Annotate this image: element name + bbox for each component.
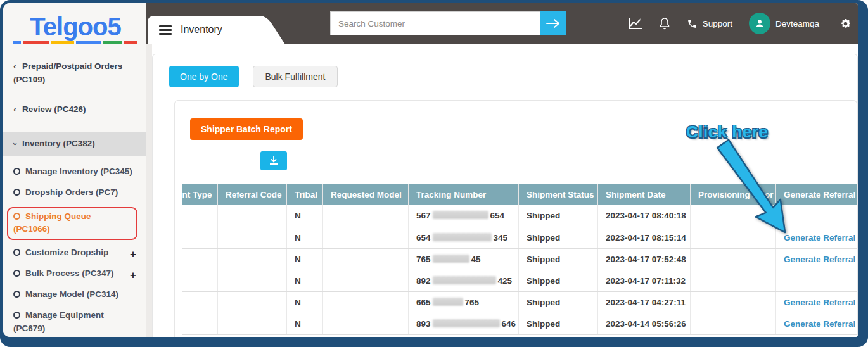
- download-icon: [269, 156, 279, 166]
- cell-requested-model: [323, 248, 409, 270]
- phone-icon: [687, 18, 698, 29]
- search-bar: [330, 11, 566, 35]
- user-menu[interactable]: Devteamqa: [749, 13, 819, 34]
- cell-shipment-status: Shipped: [519, 313, 598, 334]
- download-button[interactable]: [260, 151, 287, 170]
- cell-tracking-number: 665765: [409, 291, 519, 313]
- sidebar-item-label: Manage Model (PC314): [25, 289, 118, 299]
- plus-icon[interactable]: +: [130, 267, 136, 284]
- cell-tracking-number: 76545: [409, 248, 519, 270]
- sidebar-item-label: Prepaid/Postpaid Orders (PC109): [13, 61, 122, 84]
- sidebar-item-label: Review (PC426): [22, 104, 86, 114]
- tab-inventory[interactable]: Inventory: [148, 16, 249, 44]
- logo[interactable]: Telgoo5: [13, 9, 137, 50]
- cell-generate-referral-link: Generate Referral Code: [776, 313, 858, 334]
- cell-tribal: N: [287, 205, 323, 227]
- cell-equipment-type: [182, 291, 218, 313]
- sidebar: Telgoo5 ‹Prepaid/Postpaid Orders (PC109)…: [3, 3, 146, 337]
- cell-shipment-status: Shipped: [519, 291, 598, 313]
- col-tracking-number: Tracking Number: [409, 184, 519, 205]
- avatar: [749, 13, 770, 34]
- cell-tracking-number: 893646: [409, 313, 519, 334]
- cell-tribal: N: [287, 270, 323, 291]
- one-by-one-button[interactable]: One by One: [169, 66, 239, 87]
- cell-requested-model: [323, 227, 409, 248]
- radio-circle-icon: [13, 213, 20, 220]
- cell-provisioning-error: [691, 270, 776, 291]
- generate-referral-code-link[interactable]: Generate Referral Code: [784, 319, 858, 329]
- cell-requested-model: [323, 205, 409, 227]
- fulfillment-mode-buttons: One by One Bulk Fulfillment: [169, 66, 857, 87]
- radio-circle-icon: [13, 312, 20, 319]
- person-icon: [754, 18, 765, 29]
- sidebar-item-shipping-queue[interactable]: Shipping Queue (PC1066): [13, 207, 137, 240]
- support-button[interactable]: Support: [687, 18, 732, 29]
- sidebar-item-inventory[interactable]: ›Inventory (PC382): [3, 132, 146, 156]
- cell-shipment-date: 2023-04-17 07:11:32: [598, 270, 691, 291]
- table-row: N 892425 Shipped 2023-04-17 07:11:32: [182, 270, 858, 291]
- search-submit-button[interactable]: [540, 11, 566, 35]
- settings-button[interactable]: [839, 18, 852, 30]
- cell-shipment-status: Shipped: [519, 227, 598, 248]
- shipper-batch-report-button[interactable]: Shipper Batch Report: [190, 118, 303, 140]
- cell-tribal: N: [287, 313, 323, 334]
- cell-referral-code: [218, 291, 287, 313]
- generate-referral-code-link[interactable]: Generate Referral Code: [784, 298, 858, 307]
- tab-label: Inventory: [181, 24, 222, 35]
- cell-equipment-type: [182, 205, 218, 227]
- radio-circle-icon: [13, 270, 20, 277]
- sidebar-item-label: Shipping Queue (PC1066): [13, 211, 91, 234]
- sidebar-item-review[interactable]: ‹Review (PC426): [13, 103, 137, 117]
- sidebar-item-customize-dropship[interactable]: Customize Dropship +: [13, 246, 137, 259]
- table-row: N 893646 Shipped 2023-04-14 05:56:26 Gen…: [182, 313, 858, 334]
- reports-chart-button[interactable]: [629, 18, 642, 29]
- radio-circle-icon: [13, 291, 20, 298]
- bell-icon: [659, 17, 670, 30]
- radio-circle-icon: [13, 168, 20, 175]
- sidebar-item-label: Manage Inventory (PC345): [25, 167, 132, 176]
- notifications-button[interactable]: [659, 17, 670, 30]
- sidebar-item-manage-equipment[interactable]: Manage Equipment (PC679): [13, 309, 137, 335]
- topbar: Inventory Support: [146, 3, 858, 44]
- sidebar-item-prepaid-postpaid-orders[interactable]: ‹Prepaid/Postpaid Orders (PC109): [13, 60, 137, 87]
- masked-digits: [433, 276, 496, 284]
- scrollbar-strip[interactable]: [146, 44, 152, 337]
- masked-digits: [433, 255, 469, 263]
- generate-referral-code-link[interactable]: Generate Referral Code: [784, 255, 858, 264]
- search-input[interactable]: [330, 11, 540, 35]
- chevron-down-icon: ›: [13, 137, 22, 151]
- sidebar-item-label: Bulk Process (PC347): [25, 268, 114, 278]
- col-requested-model: Requested Model: [323, 184, 409, 205]
- cell-tracking-number: 654345: [409, 227, 519, 248]
- sidebar-item-bulk-process[interactable]: Bulk Process (PC347) +: [13, 267, 137, 280]
- cell-shipment-status: Shipped: [519, 205, 598, 227]
- cell-tribal: N: [287, 291, 323, 313]
- cell-provisioning-error: [691, 313, 776, 334]
- line-chart-icon: [629, 18, 642, 29]
- sidebar-item-dropship-orders[interactable]: Dropship Orders (PC7): [13, 186, 137, 199]
- cell-tribal: N: [287, 227, 323, 248]
- chevron-left-icon: ‹: [13, 103, 22, 117]
- logo-text: Telgoo5: [13, 13, 137, 40]
- cell-shipment-date: 2023-04-14 05:56:26: [598, 313, 691, 334]
- masked-digits: [433, 233, 492, 241]
- annotation-click-here-label: Click here: [686, 122, 768, 142]
- plus-icon[interactable]: +: [130, 246, 136, 263]
- gear-icon: [839, 18, 852, 30]
- support-label: Support: [703, 19, 732, 28]
- cell-referral-code: [218, 270, 287, 291]
- sidebar-item-manage-inventory[interactable]: Manage Inventory (PC345): [13, 165, 137, 178]
- annotation-red-highlight-box: Shipping Queue (PC1066): [7, 207, 137, 240]
- logo-underline: [13, 41, 137, 44]
- sidebar-item-label: Manage Equipment (PC679): [13, 310, 104, 332]
- masked-digits: [433, 298, 463, 306]
- cell-generate-referral-link: [776, 270, 858, 291]
- hamburger-menu-icon[interactable]: [159, 23, 172, 37]
- table-row: N 665765 Shipped 2023-04-17 04:27:11 Gen…: [182, 291, 858, 313]
- arrow-right-icon: [546, 18, 560, 28]
- username-label: Devteamqa: [775, 19, 819, 28]
- cell-requested-model: [323, 291, 409, 313]
- cell-equipment-type: [182, 248, 218, 270]
- bulk-fulfillment-button[interactable]: Bulk Fulfillment: [253, 66, 338, 87]
- sidebar-item-manage-model[interactable]: Manage Model (PC314): [13, 288, 137, 301]
